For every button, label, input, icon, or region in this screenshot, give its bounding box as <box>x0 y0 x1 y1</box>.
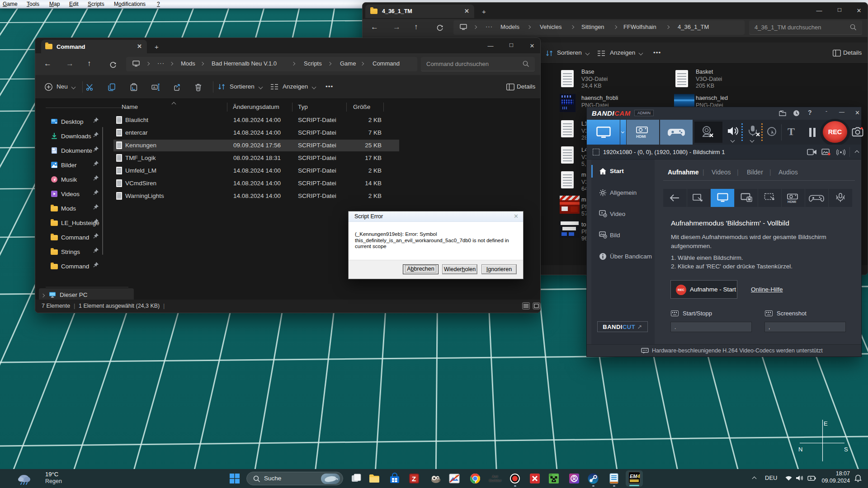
svg-text:Z: Z <box>412 475 416 483</box>
svg-text:A: A <box>153 85 156 89</box>
svg-text:HDMI: HDMI <box>788 200 796 203</box>
svg-text:HDMI: HDMI <box>636 134 646 138</box>
svg-text:S: S <box>844 446 848 453</box>
svg-text:N: N <box>798 446 802 453</box>
svg-text:E: E <box>824 420 828 427</box>
